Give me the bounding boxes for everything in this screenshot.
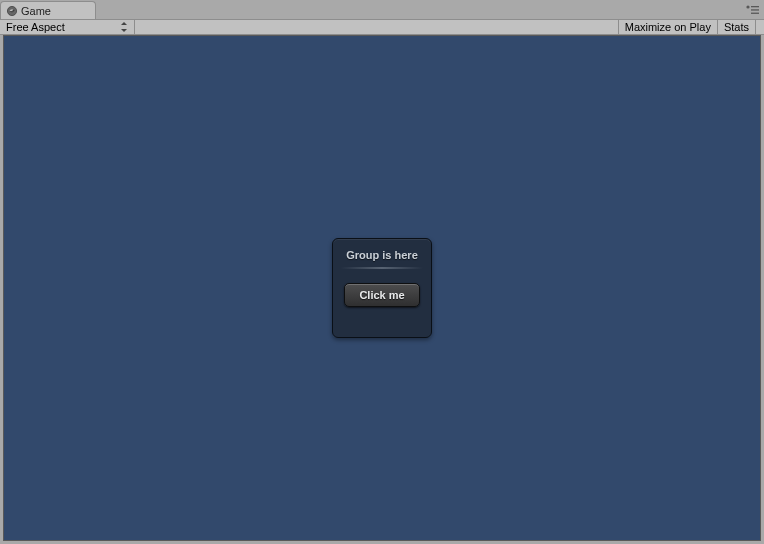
svg-rect-3 [751,6,759,7]
stats-label: Stats [724,21,749,33]
gui-window-divider [341,267,423,269]
svg-rect-5 [751,13,759,14]
toolbar-spacer [135,20,619,35]
aspect-dropdown-label: Free Aspect [6,21,65,33]
game-tab-label: Game [21,5,51,17]
game-toolbar: Free Aspect Maximize on Play Stats [0,19,764,35]
svg-rect-4 [751,9,759,10]
maximize-on-play-label: Maximize on Play [625,21,711,33]
game-viewport: Group is here Click me [3,35,761,541]
tab-row: Game [0,0,764,19]
maximize-on-play-button[interactable]: Maximize on Play [619,20,718,35]
aspect-dropdown[interactable]: Free Aspect [0,20,135,35]
game-tab[interactable]: Game [0,1,96,19]
svg-point-2 [746,5,749,8]
stats-button[interactable]: Stats [718,20,756,35]
stepper-icon [120,22,128,32]
game-tab-icon [7,6,17,16]
gui-window[interactable]: Group is here Click me [332,238,432,338]
gui-window-title: Group is here [346,249,418,261]
click-me-button[interactable]: Click me [344,283,420,307]
panel-options-icon[interactable] [746,5,760,15]
toolbar-trailing-space [756,20,764,35]
